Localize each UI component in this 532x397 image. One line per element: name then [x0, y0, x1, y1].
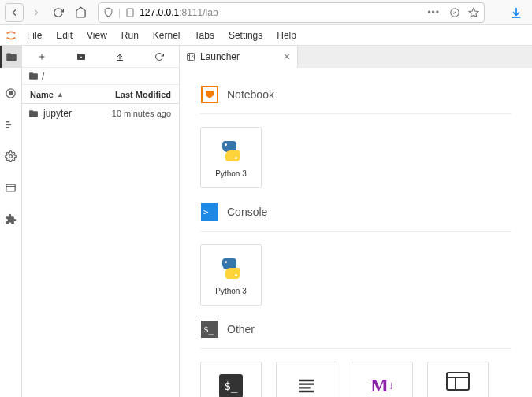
svg-rect-4: [9, 91, 13, 95]
svg-rect-5: [6, 121, 9, 122]
folder-icon: [28, 109, 39, 119]
terminal-icon: $_: [218, 373, 244, 398]
file-modified: 10 minutes ago: [112, 109, 173, 118]
activity-property-inspector[interactable]: [5, 150, 17, 162]
launcher-card-markdown[interactable]: M↓ Markdown File: [352, 362, 413, 397]
menu-help[interactable]: Help: [270, 28, 303, 43]
home-button[interactable]: [71, 3, 90, 22]
breadcrumb[interactable]: /: [22, 68, 179, 85]
svg-marker-2: [469, 8, 478, 17]
contextual-help-icon: [445, 368, 471, 395]
activity-tabs[interactable]: [5, 181, 17, 194]
page-icon: [125, 8, 135, 17]
card-label: Python 3: [214, 169, 247, 178]
section-title: Other: [227, 323, 255, 336]
tab-title: Launcher: [200, 51, 240, 62]
menu-tabs[interactable]: Tabs: [188, 28, 221, 43]
python-icon: [218, 255, 244, 282]
back-button[interactable]: [5, 3, 24, 22]
section-other: $_ Other $_ Terminal Text File: [200, 320, 512, 397]
file-name: jupyter: [43, 108, 72, 119]
shield-icon: [103, 7, 113, 17]
launcher-card-contextual-help[interactable]: Show Contextual Help: [427, 362, 489, 397]
other-section-icon: $_: [200, 320, 219, 339]
sort-asc-icon: ▲: [57, 91, 64, 98]
menu-settings[interactable]: Settings: [222, 28, 269, 43]
filebrowser-header: Name▲ Last Modified: [22, 85, 179, 104]
filebrowser-toolbar: [22, 46, 179, 68]
card-label: Python 3: [214, 287, 247, 295]
section-title: Notebook: [227, 88, 274, 101]
activity-running[interactable]: [5, 87, 17, 99]
jupyter-logo-icon[interactable]: [3, 29, 19, 42]
upload-button[interactable]: [110, 49, 129, 65]
menu-kernel[interactable]: Kernel: [147, 28, 187, 43]
activity-bar: [0, 46, 22, 397]
divider: [200, 113, 512, 114]
forward-button[interactable]: [27, 3, 46, 22]
tab-launcher[interactable]: Launcher ✕: [180, 46, 298, 68]
launcher-area: Launcher ✕ Notebook Python 3: [180, 46, 532, 397]
svg-rect-7: [6, 127, 9, 128]
menu-edit[interactable]: Edit: [50, 28, 79, 43]
launcher-card-textfile[interactable]: Text File: [276, 362, 337, 397]
tab-close-icon[interactable]: ✕: [283, 51, 291, 62]
launcher-tab-icon: [186, 52, 195, 61]
notebook-section-icon: [200, 85, 219, 104]
download-icon[interactable]: [510, 6, 523, 19]
refresh-button[interactable]: [150, 49, 169, 65]
folder-icon: [28, 71, 39, 81]
activity-filebrowser[interactable]: [0, 46, 22, 68]
reload-button[interactable]: [49, 3, 68, 22]
page-actions-icon[interactable]: •••: [427, 7, 440, 18]
svg-rect-0: [127, 9, 133, 17]
new-launcher-button[interactable]: [32, 49, 51, 65]
url-text: 127.0.0.1:8111/lab: [140, 7, 422, 18]
activity-extensions[interactable]: [5, 213, 17, 225]
new-folder-button[interactable]: [72, 49, 91, 65]
activity-commands[interactable]: [5, 118, 17, 131]
svg-point-8: [9, 154, 13, 158]
menu-file[interactable]: File: [20, 28, 48, 43]
file-row[interactable]: jupyter 10 minutes ago: [22, 104, 179, 123]
menu-run[interactable]: Run: [115, 28, 145, 43]
svg-rect-11: [447, 373, 469, 390]
launcher-card-terminal[interactable]: $_ Terminal: [200, 362, 262, 397]
bookmark-star-icon[interactable]: [468, 7, 479, 18]
column-name[interactable]: Name▲: [22, 90, 111, 99]
menu-view[interactable]: View: [80, 28, 113, 43]
console-section-icon: >_: [200, 202, 219, 221]
divider: [200, 231, 512, 232]
svg-rect-9: [6, 184, 15, 191]
python-icon: [218, 138, 244, 165]
section-console: >_ Console Python 3: [200, 202, 512, 306]
url-bar[interactable]: | 127.0.0.1:8111/lab •••: [98, 2, 485, 23]
svg-rect-6: [6, 124, 11, 125]
launcher-card-notebook-python3[interactable]: Python 3: [200, 127, 262, 188]
breadcrumb-root: /: [42, 71, 44, 82]
menu-bar: File Edit View Run Kernel Tabs Settings …: [0, 25, 532, 46]
browser-toolbar: | 127.0.0.1:8111/lab •••: [0, 0, 532, 25]
column-modified[interactable]: Last Modified: [111, 90, 179, 99]
divider: [200, 348, 512, 349]
markdown-icon: M↓: [369, 373, 396, 398]
section-notebook: Notebook Python 3: [200, 85, 512, 188]
section-title: Console: [227, 206, 267, 218]
launcher-card-console-python3[interactable]: Python 3: [200, 244, 262, 306]
tab-strip: Launcher ✕: [180, 46, 532, 68]
file-browser-panel: / Name▲ Last Modified jupyter 10 minutes…: [22, 46, 180, 397]
reader-icon[interactable]: [449, 7, 460, 18]
textfile-icon: [293, 373, 320, 398]
